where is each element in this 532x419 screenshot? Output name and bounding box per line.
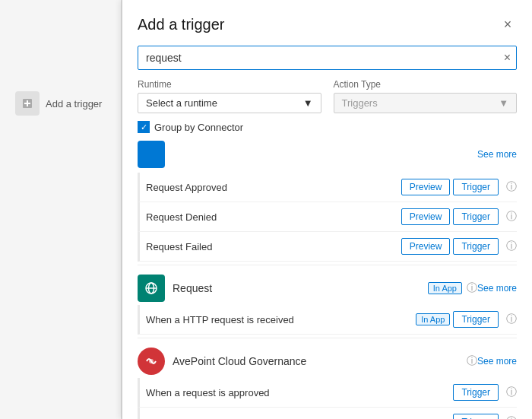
info-icon-approved[interactable]: ⓘ: [506, 180, 517, 194]
trigger-actions-req-approved: Trigger ⓘ: [453, 384, 517, 401]
section-divider-1: [138, 265, 517, 265]
runtime-dropdown-icon: ▼: [303, 97, 313, 109]
action-type-select[interactable]: Triggers ▼: [334, 93, 518, 113]
approval-section: Request Approved Preview Trigger ⓘ Reque…: [138, 173, 517, 262]
runtime-select[interactable]: Select a runtime ▼: [138, 93, 321, 113]
preview-button-denied[interactable]: Preview: [401, 208, 451, 225]
search-container: ×: [138, 46, 517, 70]
http-in-app-badge: In App: [416, 313, 450, 325]
avepoint-see-more[interactable]: See more: [477, 356, 517, 367]
trigger-name-approved: Request Approved: [146, 182, 401, 193]
trigger-name-denied: Request Denied: [146, 211, 401, 223]
table-row: When a request is approved Trigger ⓘ: [138, 378, 517, 408]
request-connector-section: Request In App ⓘ See more When a HTTP re…: [138, 268, 517, 335]
svg-point-7: [149, 359, 154, 363]
info-icon-denied[interactable]: ⓘ: [506, 210, 517, 224]
action-type-filter-group: Action Type Triggers ▼: [334, 79, 518, 113]
search-input[interactable]: [138, 46, 517, 70]
trigger-button-http[interactable]: Trigger: [453, 311, 499, 328]
approval-see-more[interactable]: See more: [477, 149, 517, 160]
filters-row: Runtime Select a runtime ▼ Action Type T…: [138, 79, 517, 113]
trigger-button-req-approved[interactable]: Trigger: [453, 384, 499, 401]
request-connector-header: Request In App ⓘ See more: [138, 268, 517, 305]
modal-header: Add a trigger ×: [122, 0, 532, 43]
sidebar-trigger-icon: [15, 91, 40, 116]
request-connector-name: Request: [173, 282, 428, 294]
trigger-actions-req-canceled: Trigger ⓘ: [453, 414, 517, 419]
preview-button-approved[interactable]: Preview: [401, 179, 451, 195]
avepoint-connector-header: AvePoint Cloud Governance ⓘ See more: [138, 341, 517, 378]
modal-body: × Runtime Select a runtime ▼ Action Type…: [122, 43, 532, 419]
trigger-actions-failed: Preview Trigger ⓘ: [401, 238, 517, 255]
group-by-connector-label: Group by Connector: [154, 122, 243, 133]
table-row: When a request is canceled Trigger ⓘ: [138, 408, 517, 419]
modal: Add a trigger × × Runtime Select a runti…: [122, 0, 532, 419]
trigger-actions-approved: Preview Trigger ⓘ: [401, 179, 517, 195]
left-panel: Add a trigger: [0, 0, 122, 419]
trigger-actions-http: In App Trigger ⓘ: [416, 311, 517, 328]
modal-title: Add a trigger: [138, 16, 225, 33]
request-see-more[interactable]: See more: [477, 283, 517, 294]
section-divider-2: [138, 338, 517, 338]
avepoint-connector-icon: [138, 348, 165, 375]
sidebar-add-trigger[interactable]: Add a trigger: [15, 91, 102, 116]
request-connector-icon: [138, 275, 165, 302]
info-icon-req-approved[interactable]: ⓘ: [506, 386, 517, 399]
trigger-name-req-canceled: When a request is canceled: [146, 417, 453, 420]
sidebar-label: Add a trigger: [46, 98, 102, 110]
trigger-name-http: When a HTTP request is received: [146, 314, 416, 325]
table-row: When a HTTP request is received In App T…: [138, 305, 517, 335]
trigger-button-failed[interactable]: Trigger: [453, 238, 499, 255]
trigger-name-req-approved: When a request is approved: [146, 387, 453, 398]
runtime-label: Runtime: [138, 79, 321, 90]
trigger-button-approved[interactable]: Trigger: [453, 179, 499, 195]
avepoint-connector-name: AvePoint Cloud Governance: [173, 355, 462, 367]
approval-connector-icon: [138, 141, 165, 168]
trigger-button-denied[interactable]: Trigger: [453, 208, 499, 225]
close-button[interactable]: ×: [499, 15, 517, 33]
request-connector-info-icon[interactable]: ⓘ: [467, 281, 477, 295]
trigger-name-failed: Request Failed: [146, 241, 401, 252]
runtime-select-value: Select a runtime: [146, 97, 217, 109]
info-icon-failed[interactable]: ⓘ: [506, 240, 517, 253]
runtime-filter-group: Runtime Select a runtime ▼: [138, 79, 321, 113]
request-in-app-badge: In App: [428, 282, 462, 294]
table-row: Request Failed Preview Trigger ⓘ: [138, 232, 517, 262]
table-row: Request Denied Preview Trigger ⓘ: [138, 202, 517, 232]
group-by-connector-row: ✓ Group by Connector: [138, 121, 517, 133]
action-type-label: Action Type: [334, 79, 518, 90]
table-row: Request Approved Preview Trigger ⓘ: [138, 173, 517, 202]
trigger-actions-denied: Preview Trigger ⓘ: [401, 208, 517, 225]
search-clear-button[interactable]: ×: [504, 51, 511, 65]
info-icon-http[interactable]: ⓘ: [506, 313, 517, 326]
action-type-dropdown-icon: ▼: [499, 97, 508, 109]
action-type-value: Triggers: [342, 97, 378, 109]
info-icon-req-canceled[interactable]: ⓘ: [506, 415, 517, 419]
avepoint-connector-section: AvePoint Cloud Governance ⓘ See more Whe…: [138, 341, 517, 419]
preview-button-failed[interactable]: Preview: [401, 238, 451, 255]
group-by-connector-checkbox[interactable]: ✓: [138, 121, 150, 133]
trigger-button-req-canceled[interactable]: Trigger: [453, 414, 499, 419]
avepoint-connector-info-icon[interactable]: ⓘ: [467, 354, 477, 368]
check-icon: ✓: [141, 122, 147, 132]
